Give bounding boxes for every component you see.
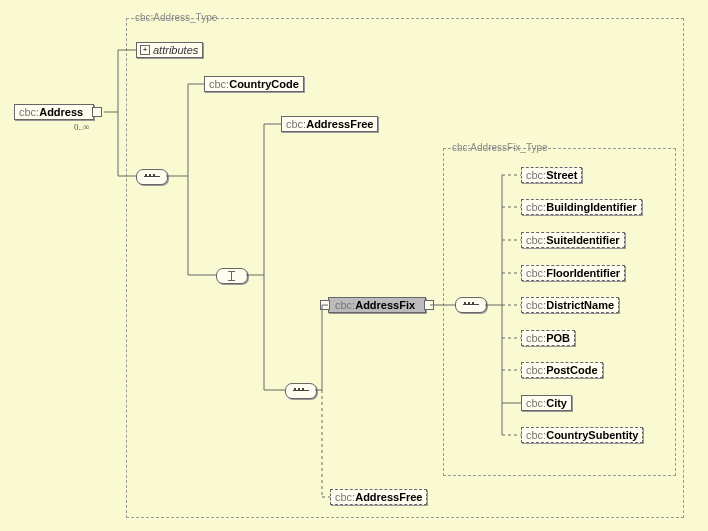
connectors <box>0 0 708 531</box>
diagram-canvas: { "root": { "prefix": "cbc:", "name": "A… <box>0 0 708 531</box>
